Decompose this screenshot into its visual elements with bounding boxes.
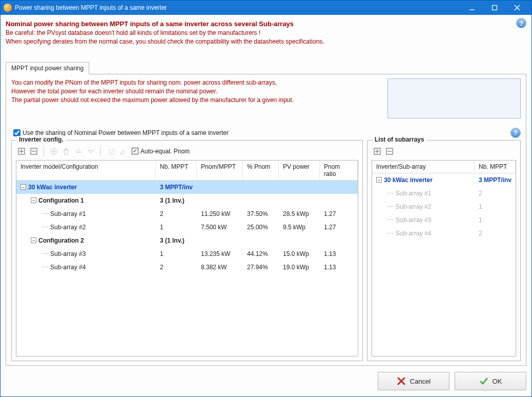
collapse-all-button[interactable] [28, 146, 39, 157]
grid-header: Inverter/Sub-array Nb. MPPT [372, 161, 516, 173]
ok-button[interactable]: OK [455, 372, 526, 390]
cell: 11.250 kW [197, 210, 243, 217]
cancel-label: Cancel [410, 378, 431, 385]
collapse-icon[interactable] [21, 184, 26, 190]
col-pv-power[interactable]: PV power [279, 161, 320, 180]
svg-rect-1 [493, 6, 497, 10]
move-up-button [73, 146, 84, 157]
cell: 1.13 [320, 264, 358, 271]
cell: 13.235 kW [197, 250, 243, 257]
subarrays-grid[interactable]: Inverter/Sub-array Nb. MPPT 30 kWac inve… [372, 160, 516, 356]
cell: 2 [156, 264, 197, 271]
inverter-row[interactable]: 30 kWac inverter 3 MPPT/inv [372, 173, 516, 187]
use-sharing-checkbox[interactable] [13, 129, 21, 136]
cancel-icon [397, 376, 406, 386]
cell: 1.27 [320, 224, 358, 231]
config-name: Configuration 2 [38, 237, 84, 244]
col-pct-pnom[interactable]: % Pnom [243, 161, 279, 180]
subarray-name: Sub-array #1 [396, 190, 431, 197]
subarray-name: Sub-array #4 [396, 230, 431, 237]
subarray-row[interactable]: Sub-array #2 1 7.500 kW 25.00% 9.5 kWp 1… [16, 221, 358, 234]
cell: 8.382 kW [197, 264, 243, 271]
preview-box [387, 78, 521, 118]
subarray-row[interactable]: Sub-array #2 1 [372, 200, 516, 213]
cell: 3 MPPT/inv [156, 184, 197, 191]
cell: 27.94% [243, 264, 279, 271]
cell: 7.500 kW [197, 224, 243, 231]
close-button[interactable] [506, 1, 528, 15]
cell: 2 [475, 230, 516, 237]
subarrays-legend: List of subarrays [373, 136, 426, 143]
note-text: You can modify the PNom of the MPPT inpu… [11, 78, 377, 118]
cell: 15.0 kWp [279, 250, 320, 257]
subarray-name: Sub-array #3 [396, 216, 431, 224]
maximize-button[interactable] [483, 1, 506, 15]
page-heading: Nominal power sharing between MPPT input… [6, 20, 516, 28]
configuration-row[interactable]: Configuration 2 3 (1 Inv.) [16, 234, 358, 247]
grid-header: Inverter model/Configuration Nb. MPPT Pn… [16, 161, 358, 181]
subarray-name: Sub-array #4 [50, 264, 86, 271]
cell: 3 MPPT/inv [475, 176, 516, 184]
expand-all-button-right[interactable] [372, 146, 383, 157]
configuration-row[interactable]: Configuration 1 3 (1 Inv.) [16, 194, 358, 207]
cell: 1 [475, 216, 516, 224]
cell: 1 [156, 224, 197, 231]
subarray-row[interactable]: Sub-array #1 2 11.250 kW 37.50% 28.5 kWp… [16, 207, 358, 221]
cell: 9.5 kWp [279, 224, 320, 231]
subarray-row[interactable]: Sub-array #1 2 [372, 187, 516, 200]
inverter-name: 30 kWac inverter [384, 176, 433, 184]
cell: 1.27 [320, 210, 358, 217]
subarray-name: Sub-array #1 [50, 210, 86, 217]
undo-button [105, 146, 116, 157]
cell: 2 [156, 210, 197, 217]
warning-line-2: When specifying derates from the normal … [6, 37, 516, 46]
col-pnom-mppt[interactable]: Pnom/MPPT [197, 161, 243, 180]
subarray-row[interactable]: Sub-array #3 1 [372, 213, 516, 227]
minimize-button[interactable] [461, 1, 483, 15]
config-name: Configuration 1 [38, 197, 84, 204]
col-inv-subarray[interactable]: Inverter/Sub-array [372, 161, 475, 173]
col-pnom-ratio[interactable]: Pnom ratio [320, 161, 358, 180]
cell: 19.0 kWp [279, 264, 320, 271]
subarray-name: Sub-array #3 [50, 250, 86, 257]
use-sharing-label[interactable]: Use the sharing of Nominal Power between… [23, 129, 229, 136]
inverter-row[interactable]: 30 kWac inverter 3 MPPT/inv [16, 181, 358, 194]
auto-equal-checkbox[interactable]: Auto-equal. Pnom [132, 148, 190, 155]
cancel-button[interactable]: Cancel [378, 372, 449, 390]
cell: 3 (1 Inv.) [156, 237, 197, 244]
cell: 1 [475, 203, 516, 210]
cell: 25.00% [243, 224, 279, 231]
tab-mppt-sharing[interactable]: MPPT input power sharing [6, 62, 89, 74]
window-title: Power sharing between MPPT inputs of a s… [15, 4, 461, 11]
help-icon-sharing[interactable]: ? [510, 128, 521, 138]
col-nb-mppt[interactable]: Nb. MPPT [475, 161, 516, 173]
col-model[interactable]: Inverter model/Configuration [16, 161, 156, 180]
subarray-name: Sub-array #2 [50, 224, 86, 231]
auto-equal-label: Auto-equal. Pnom [140, 148, 190, 155]
subarray-row[interactable]: Sub-array #4 2 8.382 kW 27.94% 19.0 kWp … [16, 261, 358, 274]
cell: 44.12% [243, 250, 279, 257]
inverter-config-grid[interactable]: Inverter model/Configuration Nb. MPPT Pn… [16, 160, 358, 356]
cell: 2 [475, 190, 516, 197]
subarray-row[interactable]: Sub-array #4 2 [372, 227, 516, 240]
erase-button [117, 146, 129, 157]
tab-pane: You can modify the PNom of the MPPT inpu… [6, 74, 526, 366]
title-bar[interactable]: Power sharing between MPPT inputs of a s… [1, 1, 531, 15]
collapse-icon[interactable] [31, 197, 36, 203]
cell: 1.13 [320, 250, 358, 257]
expand-all-button[interactable] [16, 146, 27, 157]
collapse-all-button-right[interactable] [384, 146, 395, 157]
collapse-icon[interactable] [31, 237, 36, 243]
add-button [48, 146, 59, 157]
cell: 28.5 kWp [279, 210, 320, 217]
subarray-row[interactable]: Sub-array #3 1 13.235 kW 44.12% 15.0 kWp… [16, 247, 358, 261]
cell: 37.50% [243, 210, 279, 217]
inverter-config-group: Inverter config. [11, 140, 363, 361]
col-nb-mppt[interactable]: Nb. MPPT [156, 161, 197, 180]
collapse-icon[interactable] [376, 177, 382, 183]
note-line-3: The partial power should not exceed the … [11, 96, 294, 104]
help-icon[interactable]: ? [516, 18, 526, 28]
ok-icon [479, 376, 488, 386]
cell: 3 (1 Inv.) [156, 197, 197, 204]
cell: 1 [156, 250, 197, 257]
